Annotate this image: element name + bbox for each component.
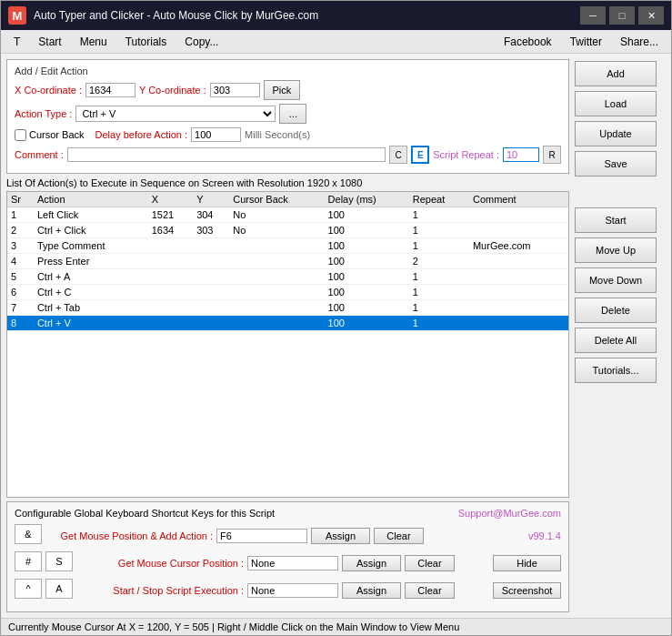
table-cell: 1 [409,223,469,238]
table-cell [148,238,193,254]
add-button[interactable]: Add [575,61,657,86]
delete-all-button[interactable]: Delete All [575,328,657,353]
e-button[interactable]: E [411,146,429,164]
key-s[interactable]: S [45,551,73,571]
col-cursor-back: Cursor Back [229,192,324,207]
delete-button[interactable]: Delete [575,298,657,323]
key-caret[interactable]: ^ [15,579,42,599]
right-panel: Add Load Update Save Start Move Up Move … [575,59,666,612]
shortcut-label-2: Get Mouse Cursor Position : [80,558,244,569]
x-coord-input[interactable] [85,83,135,97]
table-cell [148,285,193,300]
table-row[interactable]: 2Ctrl + Click1634303No1001 [7,223,568,238]
shortcut-label-1: Get Mouse Position & Add Action : [49,530,213,541]
key-hash[interactable]: # [15,551,42,571]
c-button[interactable]: C [389,146,407,164]
app-icon: M [8,6,26,25]
table-cell: Ctrl + Tab [34,300,148,316]
table-cell: 100 [325,269,409,285]
table-cell: 3 [7,238,34,254]
shortcut-clear-1[interactable]: Clear [374,528,424,544]
table-cell [148,269,193,285]
status-bar: Currently Mouse Cursor At X = 1200, Y = … [1,618,671,635]
menu-item-tutorials[interactable]: Tutorials [116,33,176,51]
screenshot-button[interactable]: Screenshot [493,582,561,599]
move-up-button[interactable]: Move Up [575,237,657,263]
col-comment: Comment [469,192,568,207]
table-cell: 1521 [148,207,193,223]
table-row[interactable]: 3Type Comment1001MurGee.com [7,238,568,254]
table-cell: No [229,207,324,223]
window-controls: ─ □ ✕ [580,6,664,25]
table-cell [469,285,568,300]
table-row[interactable]: 1Left Click1521304No1001 [7,207,568,223]
menu-item-t[interactable]: T [5,33,29,51]
menu-item-share[interactable]: Share... [611,33,667,51]
shortcut-assign-2[interactable]: Assign [342,555,401,571]
move-down-button[interactable]: Move Down [575,268,657,293]
table-cell: 1 [409,300,469,316]
tutorials-button[interactable]: Tutorials... [575,358,657,383]
shortcuts-section: Configurable Global Keyboard Shortcut Ke… [6,501,569,612]
table-cell: Ctrl + Click [34,223,148,238]
hide-button[interactable]: Hide [493,555,561,571]
save-button[interactable]: Save [575,151,657,177]
table-cell [469,254,568,269]
update-button[interactable]: Update [575,121,657,146]
menu-item-facebook[interactable]: Facebook [495,33,561,51]
table-cell [469,207,568,223]
script-repeat-input[interactable] [503,147,539,162]
shortcut-clear-2[interactable]: Clear [405,555,455,571]
y-coord-label: Y Co-ordinate : [139,85,206,96]
shortcut-input-3[interactable] [247,583,338,598]
table-row[interactable]: 6Ctrl + C1001 [7,285,568,300]
script-repeat-label: Script Repeat : [433,149,499,160]
y-coord-input[interactable] [210,83,260,97]
table-cell: 100 [325,285,409,300]
r-button[interactable]: R [543,146,561,164]
key-a[interactable]: A [45,579,73,599]
action-table[interactable]: Sr Action X Y Cursor Back Delay (ms) Rep… [6,191,569,498]
table-row[interactable]: 4Press Enter1002 [7,254,568,269]
table-row[interactable]: 7Ctrl + Tab1001 [7,300,568,316]
table-row[interactable]: 8Ctrl + V1001 [7,316,568,331]
table-cell [469,269,568,285]
key-ampersand[interactable]: & [15,524,42,544]
start-button[interactable]: Start [575,207,657,233]
maximize-button[interactable]: □ [609,6,635,25]
shortcut-input-1[interactable] [216,529,307,543]
table-cell: 1 [409,238,469,254]
close-button[interactable]: ✕ [638,6,664,25]
table-row[interactable]: 5Ctrl + A1001 [7,269,568,285]
menu-item-start[interactable]: Start [29,33,70,51]
table-cell [193,269,229,285]
delay-input[interactable] [191,127,241,142]
content-area: Add / Edit Action X Co-ordinate : Y Co-o… [1,54,671,618]
table-cell: 4 [7,254,34,269]
add-edit-section: Add / Edit Action X Co-ordinate : Y Co-o… [6,59,569,174]
shortcut-input-2[interactable] [247,556,338,570]
menu-item-copy[interactable]: Copy... [176,33,227,51]
support-link[interactable]: Support@MurGee.com [458,508,561,519]
table-cell [469,300,568,316]
table-cell: 1 [409,316,469,331]
table-cell: Ctrl + A [34,269,148,285]
pick-button[interactable]: Pick [264,80,300,100]
shortcut-assign-3[interactable]: Assign [342,582,401,599]
table-cell [469,223,568,238]
dots-button[interactable]: ... [279,104,306,124]
load-button[interactable]: Load [575,91,657,116]
table-cell: 100 [325,254,409,269]
table-cell [193,285,229,300]
menu-item-menu[interactable]: Menu [71,33,116,51]
table-cell [193,316,229,331]
shortcut-clear-3[interactable]: Clear [405,582,455,599]
minimize-button[interactable]: ─ [580,6,606,25]
action-type-select[interactable]: Ctrl + V [75,106,276,122]
cursor-back-checkbox[interactable] [15,129,26,141]
comment-input[interactable] [67,147,386,162]
table-cell: Ctrl + C [34,285,148,300]
shortcut-assign-1[interactable]: Assign [311,528,370,544]
menu-item-twitter[interactable]: Twitter [561,33,611,51]
list-title: List Of Action(s) to Execute in Sequence… [6,177,569,188]
